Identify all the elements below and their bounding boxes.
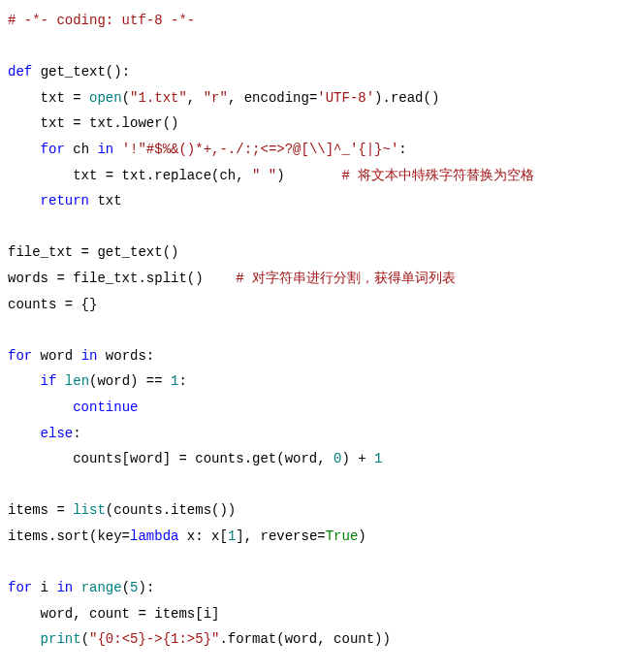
text: ( [81, 631, 89, 647]
text: ): [138, 580, 154, 595]
text: file_txt = get_text() [8, 244, 178, 260]
string: 'UTF-8' [317, 90, 374, 106]
text [73, 580, 80, 595]
string: "{0:<5}->{1:>5}" [89, 631, 219, 647]
text: counts[word] = counts.get(word, [8, 451, 333, 466]
comment-line: # -*- coding: utf-8 -*- [8, 13, 195, 28]
text: i [32, 580, 56, 595]
text: items = [8, 502, 73, 518]
text: : [73, 426, 80, 441]
text: ) [276, 168, 341, 183]
text: x: x[ [178, 528, 227, 544]
kw-lambda: lambda [130, 528, 178, 544]
text: words: [97, 348, 154, 364]
kw-continue: continue [73, 400, 138, 415]
kw-for: for [8, 580, 32, 595]
text: : [178, 373, 186, 389]
text [8, 373, 41, 389]
kw-if: if [41, 373, 57, 389]
text: txt = txt.lower() [8, 115, 178, 131]
text: ) [358, 528, 365, 544]
text: txt = txt.replace(ch, [8, 168, 252, 183]
kw-else: else [41, 426, 74, 441]
builtin-open: open [89, 90, 122, 106]
text: (): [106, 64, 130, 80]
text: (counts.items()) [106, 502, 236, 518]
text [8, 193, 41, 208]
text: , [187, 90, 204, 106]
text: ], reverse= [236, 528, 325, 544]
text: txt [89, 193, 122, 208]
text: ) + [341, 451, 374, 466]
text: ch [65, 142, 98, 157]
kw-in: in [81, 348, 98, 364]
builtin-print: print [41, 631, 81, 647]
string: "1.txt" [130, 90, 187, 106]
text [56, 373, 64, 389]
string: " " [252, 168, 276, 183]
text [32, 64, 40, 80]
text: items.sort(key= [8, 528, 130, 544]
builtin-range: range [81, 580, 122, 595]
text: word, count = items[i] [8, 606, 219, 622]
kw-def: def [8, 64, 32, 80]
text: , encoding= [228, 90, 317, 106]
kw-in: in [56, 580, 73, 595]
text [8, 631, 41, 647]
text: ).read() [374, 90, 439, 106]
func-name: get_text [41, 64, 106, 80]
kw-true: True [326, 528, 359, 544]
code-block: # -*- coding: utf-8 -*- def get_text(): … [8, 8, 627, 653]
text: ( [122, 90, 130, 106]
text: words = file_txt.split() [8, 271, 236, 286]
kw-in: in [97, 142, 113, 157]
text [8, 142, 41, 157]
builtin-len: len [65, 373, 89, 389]
text: (word) == [89, 373, 171, 389]
text [113, 142, 121, 157]
comment: # 对字符串进行分割，获得单词列表 [236, 271, 456, 286]
text [8, 426, 41, 441]
kw-return: return [41, 193, 89, 208]
number: 1 [374, 451, 382, 466]
text: ( [122, 580, 130, 595]
kw-for: for [41, 142, 65, 157]
text: .format(word, count)) [219, 631, 390, 647]
text: counts = {} [8, 297, 97, 312]
text [8, 400, 73, 415]
builtin-list: list [73, 502, 106, 518]
string: "r" [204, 90, 228, 106]
string: '!"#$%&()*+,-./:;<=>?@[\\]^_'{|}~' [122, 142, 399, 157]
text: word [32, 348, 80, 364]
comment: # 将文本中特殊字符替换为空格 [341, 168, 534, 183]
kw-for: for [8, 348, 32, 364]
text: txt = [8, 90, 89, 106]
text: : [398, 142, 406, 157]
